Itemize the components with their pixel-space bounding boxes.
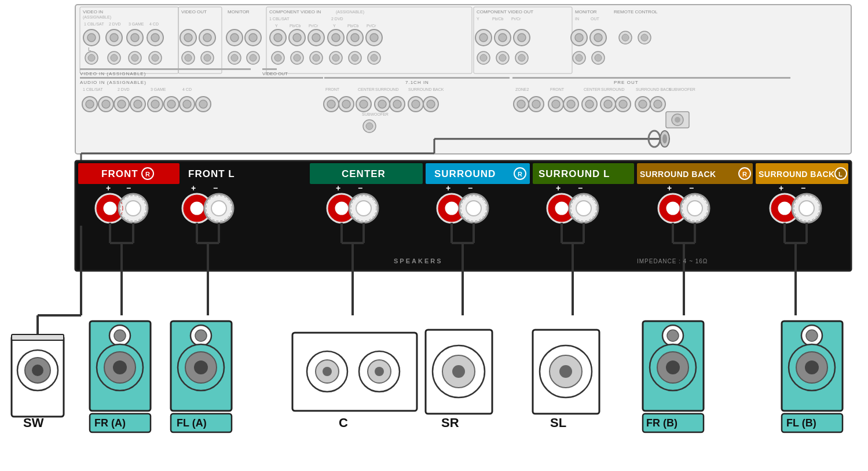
svg-text:+: + [667, 183, 672, 193]
svg-text:Pr/Cr: Pr/Cr [309, 24, 318, 28]
svg-point-324 [195, 330, 207, 341]
svg-text:Y: Y [477, 17, 479, 21]
svg-text:CENTER: CENTER [584, 87, 600, 91]
svg-point-64 [351, 34, 359, 42]
svg-point-336 [375, 367, 384, 376]
svg-text:SURROUND L: SURROUND L [539, 168, 610, 179]
svg-point-9 [110, 34, 118, 42]
svg-point-52 [274, 34, 282, 42]
svg-rect-0 [75, 5, 851, 154]
svg-text:FRONT L: FRONT L [188, 168, 235, 179]
svg-text:VIDEO OUT: VIDEO OUT [181, 9, 207, 14]
svg-point-125 [118, 100, 126, 108]
svg-point-346 [559, 365, 572, 378]
svg-point-122 [102, 100, 110, 108]
svg-text:MONITOR: MONITOR [575, 9, 597, 14]
svg-text:SURROUND BACK: SURROUND BACK [636, 87, 672, 91]
svg-text:R: R [145, 171, 150, 178]
svg-point-74 [332, 54, 339, 61]
svg-point-87 [499, 34, 507, 42]
svg-text:C: C [339, 415, 348, 430]
svg-text:COMPONENT VIDEO IN: COMPONENT VIDEO IN [269, 9, 321, 14]
svg-text:IN: IN [575, 17, 579, 21]
svg-text:R: R [518, 171, 522, 178]
svg-point-102 [594, 34, 602, 42]
svg-rect-312 [12, 334, 64, 340]
svg-point-54 [293, 34, 301, 42]
svg-text:(ASSIGNABLE): (ASSIGNABLE) [83, 15, 111, 20]
svg-text:+: + [556, 183, 561, 193]
svg-text:Pr/Cr: Pr/Cr [511, 17, 521, 21]
svg-point-72 [313, 54, 320, 61]
svg-text:VIDEO IN: VIDEO IN [83, 9, 103, 14]
svg-point-262 [665, 201, 680, 216]
svg-point-12 [131, 34, 139, 42]
svg-point-142 [327, 100, 335, 108]
svg-text:Pb/Cb: Pb/Cb [492, 17, 504, 21]
svg-point-157 [427, 100, 435, 108]
svg-point-137 [199, 100, 207, 108]
svg-text:IMPEDANCE : 4 ~ 16Ω: IMPEDANCE : 4 ~ 16Ω [637, 258, 708, 264]
svg-text:R: R [742, 171, 747, 178]
svg-point-273 [799, 201, 814, 216]
svg-point-66 [370, 34, 378, 42]
svg-point-358 [806, 330, 818, 341]
svg-point-106 [595, 54, 602, 61]
svg-point-319 [113, 360, 127, 374]
svg-point-89 [518, 34, 526, 42]
svg-point-238 [334, 201, 349, 216]
svg-point-132 [167, 100, 175, 108]
svg-point-32 [185, 54, 192, 61]
svg-point-18 [88, 54, 95, 61]
svg-point-183 [639, 100, 647, 108]
svg-point-311 [32, 365, 43, 376]
svg-point-78 [371, 54, 378, 61]
svg-point-185 [654, 100, 662, 108]
svg-point-270 [777, 201, 792, 216]
svg-point-333 [323, 367, 332, 376]
svg-text:SUBWOOFER: SUBWOOFER [362, 112, 389, 116]
svg-text:PRE OUT: PRE OUT [614, 80, 639, 85]
svg-text:SURROUND BACK: SURROUND BACK [759, 170, 835, 179]
svg-text:CENTER: CENTER [342, 168, 386, 179]
svg-text:SURROUND BACK: SURROUND BACK [408, 87, 444, 91]
svg-point-130 [151, 100, 159, 108]
svg-text:1 CBL/SAT: 1 CBL/SAT [84, 22, 104, 26]
svg-text:FRONT: FRONT [550, 87, 565, 91]
svg-text:4 CD: 4 CD [149, 22, 159, 26]
svg-point-43 [250, 54, 257, 61]
svg-point-22 [131, 54, 138, 61]
svg-text:SURROUND: SURROUND [434, 168, 496, 179]
svg-text:−: − [213, 183, 218, 193]
svg-point-160 [366, 123, 373, 130]
svg-point-20 [111, 54, 118, 61]
svg-rect-116 [80, 77, 323, 79]
svg-text:Pb/Cb: Pb/Cb [290, 24, 301, 28]
svg-text:FR (A): FR (A) [94, 417, 126, 429]
svg-text:+: + [446, 183, 451, 193]
svg-point-15 [151, 34, 159, 42]
svg-point-233 [211, 201, 226, 216]
svg-point-37 [230, 34, 239, 42]
svg-text:VIDEO IN (ASSIGNABLE): VIDEO IN (ASSIGNABLE) [80, 71, 146, 76]
svg-text:2 DVD: 2 DVD [331, 17, 343, 21]
svg-point-254 [554, 201, 569, 216]
svg-text:MONITOR: MONITOR [228, 9, 250, 14]
svg-text:SUBWOOFER: SUBWOOFER [669, 87, 695, 91]
svg-point-24 [152, 54, 159, 61]
svg-point-172 [567, 100, 575, 108]
svg-text:−: − [358, 183, 362, 193]
svg-text:REMOTE CONTROL: REMOTE CONTROL [614, 9, 658, 14]
svg-text:CENTER: CENTER [358, 87, 375, 91]
svg-text:FRONT: FRONT [101, 168, 138, 179]
svg-point-175 [585, 100, 594, 108]
diagram-svg: VIDEO IN (ASSIGNABLE) 1 CBL/SAT 2 DVD 3 … [0, 0, 868, 471]
svg-point-56 [312, 34, 320, 42]
svg-point-147 [360, 100, 368, 108]
svg-point-70 [294, 54, 301, 61]
svg-point-155 [412, 100, 420, 108]
svg-point-241 [356, 201, 371, 216]
svg-point-41 [231, 54, 238, 61]
svg-text:SURROUND: SURROUND [375, 87, 398, 91]
svg-text:−: − [126, 183, 131, 193]
